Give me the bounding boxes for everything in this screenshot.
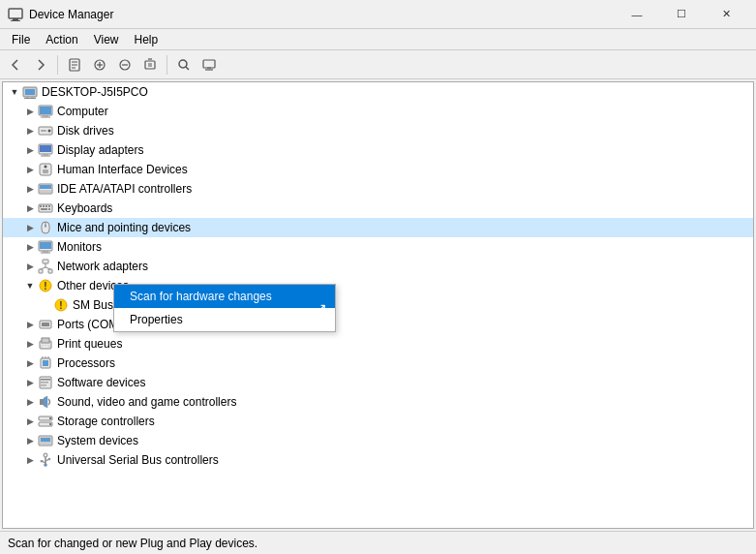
tree-item-storage[interactable]: ▶ Storage controllers (3, 412, 753, 431)
arrow-hid: ▶ (22, 162, 38, 177)
tree-item-keyboards[interactable]: ▶ Keyboards (3, 199, 753, 218)
window-title: Device Manager (29, 8, 615, 21)
maximize-button[interactable]: ☐ (659, 0, 704, 29)
svg-rect-44 (40, 205, 42, 207)
tree-item-computer[interactable]: ▶ Computer (3, 102, 753, 121)
label-monitors: Monitors (57, 240, 102, 254)
tree-item-system[interactable]: ▶ System devices (3, 431, 753, 450)
toolbar-disable[interactable] (113, 53, 136, 77)
tree-item-sound[interactable]: ▶ Sound, video and game controllers (3, 392, 753, 412)
icon-smbus: ! (53, 297, 69, 313)
icon-software (38, 375, 53, 390)
arrow-other: ▼ (22, 278, 38, 293)
icon-other: ! (38, 278, 53, 293)
tree-root[interactable]: ▼ DESKTOP-J5I5PCO (3, 82, 753, 102)
tree-item-processors[interactable]: ▶ Processors (3, 354, 753, 373)
title-bar: Device Manager — ☐ ✕ (0, 0, 756, 29)
svg-rect-34 (40, 145, 51, 152)
icon-print (38, 336, 53, 352)
svg-point-52 (45, 225, 46, 227)
close-button[interactable]: ✕ (704, 0, 748, 29)
arrow-processors: ▶ (22, 355, 38, 371)
svg-rect-1 (13, 18, 18, 20)
icon-network (38, 259, 53, 274)
svg-rect-73 (43, 360, 48, 366)
svg-rect-45 (43, 205, 45, 207)
svg-rect-48 (41, 208, 47, 210)
label-software: Software devices (57, 376, 145, 389)
icon-system (38, 433, 53, 448)
svg-rect-49 (48, 208, 50, 210)
label-computer: Computer (57, 105, 108, 118)
svg-rect-25 (24, 98, 36, 99)
toolbar-scan[interactable] (172, 53, 196, 77)
svg-rect-47 (48, 205, 50, 207)
label-storage: Storage controllers (57, 415, 155, 428)
tree-item-ide[interactable]: ▶ IDE ATA/ATAPI controllers (3, 179, 753, 199)
minimize-button[interactable]: — (615, 0, 659, 29)
label-diskdrives: Disk drives (57, 124, 114, 138)
toolbar-back[interactable] (4, 53, 27, 77)
icon-keyboards (38, 200, 53, 216)
toolbar-uninstall[interactable] (138, 53, 162, 77)
tree-item-diskdrives[interactable]: ▶ Disk drives (3, 121, 753, 140)
menu-view[interactable]: View (86, 31, 127, 48)
svg-rect-78 (41, 379, 50, 381)
toolbar-properties[interactable] (63, 53, 86, 77)
svg-rect-56 (41, 253, 50, 254)
svg-rect-70 (42, 338, 49, 343)
icon-mice (38, 220, 53, 235)
svg-point-89 (44, 453, 47, 457)
label-usb: Universal Serial Bus controllers (57, 453, 219, 467)
tree-item-display[interactable]: ▶ Display adapters (3, 140, 753, 160)
svg-point-95 (45, 464, 47, 467)
icon-diskdrives (38, 123, 53, 138)
root-icon (22, 84, 38, 100)
svg-point-16 (179, 60, 187, 68)
icon-display (38, 142, 53, 158)
menu-help[interactable]: Help (127, 31, 166, 48)
arrow-system: ▶ (22, 433, 38, 448)
svg-rect-80 (41, 385, 46, 386)
svg-rect-54 (40, 242, 51, 249)
arrow-network: ▶ (22, 259, 38, 274)
context-menu-scan[interactable]: Scan for hardware changes ↗ (114, 285, 335, 308)
icon-processors (38, 355, 53, 371)
tree-item-hid[interactable]: ▶ Human Interface Devices (3, 160, 753, 179)
svg-rect-0 (9, 9, 22, 18)
tree-item-monitors[interactable]: ▶ Monitors (3, 237, 753, 257)
arrow-display: ▶ (22, 142, 38, 158)
context-menu-properties[interactable]: Properties (114, 308, 335, 331)
arrow-mice: ▶ (22, 220, 38, 235)
context-menu: Scan for hardware changes ↗ Properties (113, 284, 336, 332)
icon-hid (38, 162, 53, 177)
label-ide: IDE ATA/ATAPI controllers (57, 182, 192, 196)
menu-file[interactable]: File (4, 31, 38, 48)
icon-computer (38, 104, 53, 119)
svg-rect-12 (145, 61, 155, 69)
tree-item-usb[interactable]: ▶ Universal Serial Bus controllers (3, 450, 753, 470)
svg-rect-55 (43, 251, 48, 253)
tree-item-mice[interactable]: ▶ Mice and pointing devices (3, 218, 753, 237)
menu-action[interactable]: Action (38, 31, 85, 48)
svg-rect-35 (43, 154, 48, 156)
svg-rect-41 (40, 185, 51, 189)
svg-rect-32 (41, 130, 46, 132)
arrow-sound: ▶ (22, 394, 38, 410)
svg-rect-58 (39, 269, 43, 273)
tree-item-network[interactable]: ▶ Network adapters (3, 257, 753, 276)
svg-rect-42 (40, 190, 51, 193)
svg-rect-18 (203, 60, 215, 68)
toolbar-monitor[interactable] (197, 53, 221, 77)
svg-point-31 (48, 130, 51, 133)
label-display: Display adapters (57, 143, 143, 157)
tree-item-software[interactable]: ▶ Software devices (3, 373, 753, 392)
toolbar-update-driver[interactable] (88, 53, 111, 77)
svg-text:!: ! (44, 281, 46, 292)
main-content: ▼ DESKTOP-J5I5PCO ▶ (0, 79, 756, 531)
svg-rect-68 (42, 323, 49, 326)
device-tree[interactable]: ▼ DESKTOP-J5I5PCO ▶ (2, 81, 754, 529)
toolbar-forward[interactable] (29, 53, 52, 77)
tree-item-print[interactable]: ▶ Print queues (3, 334, 753, 354)
arrow-print: ▶ (22, 336, 38, 352)
